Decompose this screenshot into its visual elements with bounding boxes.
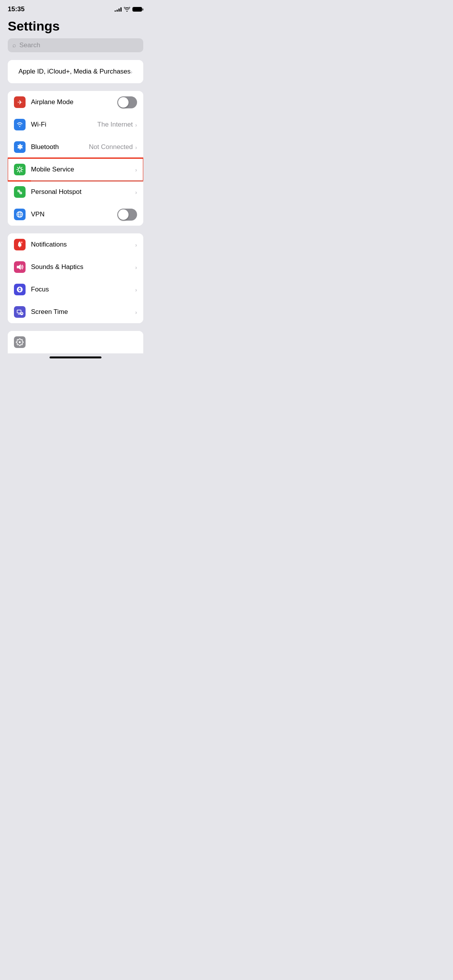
notifications-icon-bg [14, 239, 26, 250]
home-bar [50, 356, 101, 358]
sounds-haptics-icon-bg [14, 261, 26, 273]
wifi-setting-icon [16, 122, 23, 127]
svg-point-20 [19, 341, 21, 343]
notifications-label: Notifications [31, 241, 135, 248]
status-bar: 15:35 [0, 0, 151, 15]
vpn-label: VPN [31, 211, 117, 218]
notifications-row[interactable]: Notifications › [8, 233, 143, 256]
personal-hotspot-row[interactable]: Personal Hotspot › [8, 181, 143, 203]
mobile-service-icon-bg [14, 164, 26, 175]
apple-id-section: Apple ID, iCloud+, Media & Purchases › [8, 60, 143, 83]
bluetooth-row[interactable]: ✱ Bluetooth Not Connected › [8, 136, 143, 158]
next-section-peek [8, 331, 143, 353]
notifications-icon [16, 241, 24, 248]
personal-hotspot-label: Personal Hotspot [31, 188, 135, 196]
connectivity-section: ✈ Airplane Mode Wi-Fi The Internet › ✱ B… [8, 91, 143, 226]
airplane-mode-icon: ✈ [14, 96, 26, 108]
screen-time-label: Screen Time [31, 308, 135, 316]
svg-marker-13 [17, 264, 21, 270]
status-icons [115, 7, 143, 12]
hotspot-icon [16, 188, 24, 196]
bluetooth-label: Bluetooth [31, 143, 89, 151]
vpn-row[interactable]: VPN [8, 203, 143, 226]
personal-hotspot-chevron: › [135, 189, 137, 195]
bluetooth-value: Not Connected [89, 143, 133, 151]
page-title: Settings [0, 15, 151, 38]
signal-icon [115, 7, 122, 12]
screen-time-chevron: › [135, 309, 137, 315]
airplane-mode-thumb [118, 97, 129, 108]
search-placeholder: Search [19, 41, 40, 49]
wifi-icon [124, 7, 130, 12]
wifi-chevron: › [135, 122, 137, 128]
battery-icon [132, 7, 143, 12]
focus-icon-bg [14, 284, 26, 295]
apple-id-label: Apple ID, iCloud+, Media & Purchases [19, 68, 131, 75]
bluetooth-chevron: › [135, 144, 137, 151]
mobile-service-icon [16, 166, 24, 173]
home-indicator [0, 353, 151, 361]
bluetooth-icon: ✱ [17, 143, 23, 151]
mobile-service-label: Mobile Service [31, 166, 135, 173]
sounds-haptics-label: Sounds & Haptics [31, 263, 135, 271]
apple-id-chevron: › [130, 69, 132, 75]
gear-row-peek[interactable] [8, 331, 143, 353]
wifi-icon-bg [14, 119, 26, 130]
sounds-icon [16, 263, 24, 271]
screen-time-icon [16, 308, 24, 316]
mobile-service-chevron: › [135, 166, 137, 173]
bluetooth-icon-bg: ✱ [14, 141, 26, 153]
airplane-mode-label: Airplane Mode [31, 98, 117, 106]
apple-id-row[interactable]: Apple ID, iCloud+, Media & Purchases › [8, 60, 143, 83]
vpn-icon-bg [14, 209, 26, 220]
sounds-haptics-row[interactable]: Sounds & Haptics › [8, 256, 143, 278]
gear-icon [16, 338, 24, 346]
focus-row[interactable]: Focus › [8, 278, 143, 301]
svg-rect-16 [17, 310, 21, 313]
focus-chevron: › [135, 286, 137, 293]
sounds-haptics-chevron: › [135, 264, 137, 271]
wifi-value: The Internet [97, 121, 133, 128]
svg-rect-18 [18, 314, 21, 315]
focus-label: Focus [31, 286, 135, 293]
svg-point-0 [18, 168, 21, 171]
status-time: 15:35 [8, 5, 24, 13]
notifications-chevron: › [135, 242, 137, 248]
svg-rect-17 [19, 314, 20, 314]
vpn-toggle[interactable] [117, 209, 137, 221]
svg-point-14 [19, 289, 20, 290]
search-bar[interactable]: ⌕ Search [8, 38, 143, 52]
svg-rect-9 [19, 246, 20, 247]
wifi-row[interactable]: Wi-Fi The Internet › [8, 113, 143, 136]
notifications-section: Notifications › Sounds & Haptics › Focus… [8, 233, 143, 323]
focus-icon [16, 286, 24, 293]
gear-icon-bg [14, 336, 26, 348]
vpn-thumb [118, 209, 129, 220]
airplane-mode-toggle[interactable] [117, 96, 137, 108]
mobile-service-row[interactable]: Mobile Service › [8, 158, 143, 181]
search-icon: ⌕ [12, 42, 16, 49]
vpn-icon [16, 211, 24, 218]
personal-hotspot-icon-bg [14, 186, 26, 198]
screen-time-icon-bg [14, 306, 26, 318]
screen-time-row[interactable]: Screen Time › [8, 301, 143, 323]
airplane-mode-row[interactable]: ✈ Airplane Mode [8, 91, 143, 113]
wifi-label: Wi-Fi [31, 121, 97, 128]
